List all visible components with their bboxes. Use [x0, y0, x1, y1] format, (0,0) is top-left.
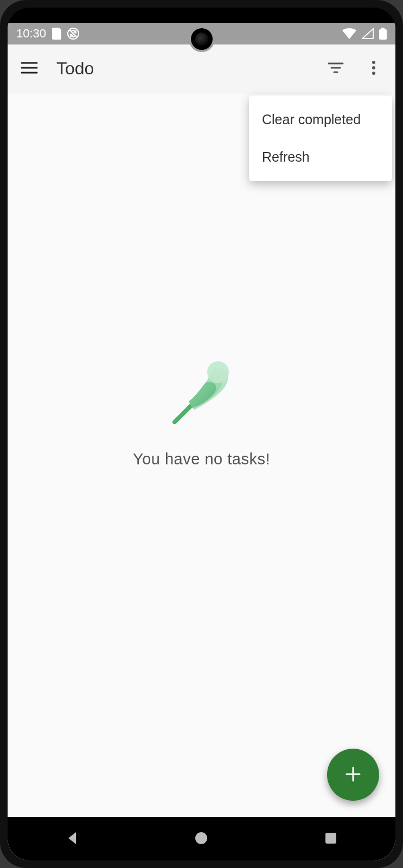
device-frame: 10:30: [0, 0, 403, 868]
svg-rect-3: [381, 28, 385, 29]
nav-recent-button[interactable]: [306, 814, 355, 860]
menu-item-label: Refresh: [262, 149, 310, 164]
nav-back-button[interactable]: [48, 814, 97, 860]
signal-icon: [362, 28, 374, 39]
menu-item-refresh[interactable]: Refresh: [249, 138, 392, 176]
overflow-button[interactable]: [357, 53, 390, 85]
empty-message: You have no tasks!: [133, 450, 270, 468]
home-circle-icon: [195, 832, 208, 846]
back-triangle-icon: [65, 831, 79, 847]
svg-point-16: [195, 832, 207, 844]
filter-icon: [328, 62, 344, 75]
sd-card-icon: [52, 28, 61, 40]
overflow-menu: Clear completed Refresh: [249, 95, 392, 181]
app-bar: Todo: [8, 44, 395, 93]
screen: 10:30: [8, 23, 395, 860]
more-vert-icon: [372, 60, 376, 77]
filter-button[interactable]: [319, 53, 352, 85]
menu-button[interactable]: [13, 53, 46, 85]
wifi-icon: [342, 28, 356, 39]
nav-home-button[interactable]: [177, 814, 226, 860]
svg-point-11: [372, 66, 375, 69]
recent-square-icon: [325, 832, 337, 846]
svg-point-12: [372, 72, 375, 75]
svg-rect-2: [379, 29, 387, 40]
svg-point-13: [207, 361, 229, 383]
battery-icon: [379, 28, 387, 40]
app-title: Todo: [51, 59, 314, 79]
svg-rect-17: [325, 833, 336, 844]
status-time: 10:30: [16, 27, 46, 41]
status-bar-right: [342, 28, 387, 40]
menu-item-label: Clear completed: [262, 112, 361, 127]
empty-state: You have no tasks!: [133, 356, 270, 468]
device-inner: 10:30: [8, 8, 395, 860]
svg-point-10: [372, 61, 375, 64]
hamburger-icon: [21, 61, 38, 76]
feather-icon: [164, 356, 240, 434]
add-task-fab[interactable]: [327, 749, 379, 801]
status-bar-left: 10:30: [16, 27, 80, 41]
no-sync-icon: [67, 27, 80, 40]
camera-notch: [191, 28, 213, 50]
plus-icon: [343, 764, 363, 786]
main-content: Clear completed Refresh: [8, 93, 395, 817]
menu-item-clear-completed[interactable]: Clear completed: [249, 101, 392, 138]
navigation-bar: [8, 817, 395, 860]
